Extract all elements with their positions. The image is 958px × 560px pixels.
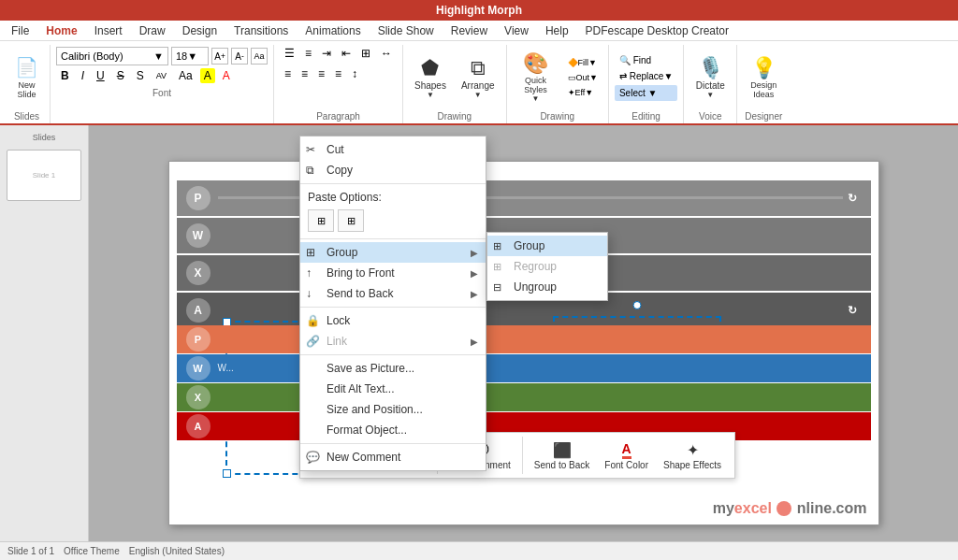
context-new-comment[interactable]: 💬 New Comment — [300, 447, 486, 467]
slides-group-label: Slides — [14, 109, 39, 123]
paste-icon-2[interactable]: ⊞ — [338, 209, 364, 232]
menu-bar: File Home Insert Draw Design Transitions… — [0, 21, 958, 41]
theme-info: Office Theme — [64, 546, 120, 556]
design-ideas-icon: 💡 — [751, 56, 777, 80]
design-ideas-button[interactable]: 💡 DesignIdeas — [743, 50, 784, 105]
dictate-button[interactable]: 🎙️ Dictate ▼ — [689, 50, 731, 105]
ft-shape-effects-button[interactable]: ✦ Shape Effects — [658, 439, 727, 472]
link-icon: 🔗 — [306, 335, 320, 348]
lock-icon: 🔒 — [306, 314, 320, 327]
menu-transitions[interactable]: Transitions — [226, 22, 296, 39]
font-size-increase[interactable]: A+ — [211, 48, 228, 65]
align-center[interactable]: ≡ — [297, 65, 312, 82]
menu-help[interactable]: Help — [538, 22, 576, 39]
justify[interactable]: ≡ — [330, 65, 346, 82]
strikethrough-button[interactable]: S — [112, 67, 129, 84]
indent-more[interactable]: ⇥ — [317, 45, 336, 62]
menu-insert[interactable]: Insert — [87, 22, 130, 39]
menu-pdfescape[interactable]: PDFescape Desktop Creator — [578, 22, 736, 39]
title-text: Highlight Morph — [436, 4, 522, 17]
designer-group-label: Designer — [745, 109, 782, 123]
paragraph-group-label: Paragraph — [316, 109, 360, 123]
menu-home[interactable]: Home — [38, 22, 84, 39]
orange-bar: P — [177, 325, 871, 353]
submenu-group: ⊞ Group ⊞ Regroup ⊟ Ungroup — [486, 232, 608, 301]
underline-button[interactable]: U — [92, 67, 109, 84]
title-bar: Highlight Morph — [0, 0, 958, 21]
rotate-handle-2[interactable] — [632, 301, 641, 309]
case-button[interactable]: Aa — [174, 67, 197, 84]
ctx-separator-2 — [300, 238, 486, 239]
submenu-group-item[interactable]: ⊞ Group — [487, 236, 607, 256]
ribbon-designer-group: 💡 DesignIdeas Designer — [737, 45, 790, 123]
menu-file[interactable]: File — [4, 22, 36, 39]
ft-send-to-back-button[interactable]: ⬛ Send to Back — [529, 439, 595, 472]
shapes-button[interactable]: ⬟ Shapes ▼ — [409, 50, 452, 105]
replace-button[interactable]: ⇄ Replace▼ — [615, 69, 677, 83]
group-menu-icon: ⊞ — [306, 246, 315, 259]
select-button[interactable]: Select ▼ — [615, 85, 677, 101]
find-button[interactable]: 🔍 Find — [615, 53, 677, 67]
font-color-button[interactable]: A — [218, 67, 235, 84]
context-size-position[interactable]: Size and Position... — [300, 399, 486, 420]
blue-bar: W W... — [177, 354, 871, 382]
bar-w-badge: W — [186, 223, 210, 248]
new-slide-icon: 📄 — [15, 56, 38, 79]
indent-less[interactable]: ⇤ — [337, 45, 356, 62]
font-size-selector[interactable]: 18 ▼ — [171, 47, 209, 65]
bar-x-badge: X — [186, 261, 210, 285]
paste-icon-1[interactable]: ⊞ — [308, 209, 334, 232]
group-arrow-icon: ▶ — [471, 248, 478, 258]
bold-button[interactable]: B — [56, 67, 74, 84]
language-info: English (United States) — [129, 546, 225, 556]
font-family-selector[interactable]: Calibri (Body) ▼ — [56, 47, 168, 65]
align-right[interactable]: ≡ — [313, 65, 329, 82]
context-send-to-back[interactable]: ↓ Send to Back ▶ — [300, 283, 486, 304]
italic-button[interactable]: I — [77, 67, 89, 84]
submenu-ungroup-item[interactable]: ⊟ Ungroup — [487, 277, 607, 297]
context-lock[interactable]: 🔒 Lock — [300, 310, 486, 331]
context-edit-alt-text[interactable]: Edit Alt Text... — [300, 379, 486, 399]
context-group[interactable]: ⊞ Group ▶ — [300, 242, 486, 263]
ctx-separator-5 — [300, 443, 486, 444]
context-bring-to-front[interactable]: ↑ Bring to Front ▶ — [300, 263, 486, 283]
ft-font-color-button[interactable]: A Font Color — [599, 439, 654, 472]
context-save-as-picture[interactable]: Save as Picture... — [300, 358, 486, 379]
context-cut[interactable]: ✂ Cut — [300, 139, 486, 160]
ribbon-font-group: Calibri (Body) ▼ 18 ▼ A+ A- Aa B I U S S… — [51, 45, 274, 123]
line-spacing[interactable]: ↕ — [347, 65, 362, 82]
context-copy[interactable]: ⧉ Copy — [300, 160, 486, 180]
font-clear[interactable]: Aa — [251, 48, 268, 65]
status-bar: Slide 1 of 1 Office Theme English (Unite… — [0, 541, 958, 560]
arrange-icon: ⧉ — [471, 56, 486, 80]
menu-view[interactable]: View — [497, 22, 536, 39]
ribbon-new-slide[interactable]: 📄 NewSlide — [10, 51, 44, 104]
context-menu: ✂ Cut ⧉ Copy Paste Options: ⊞ ⊞ ⊞ Group … — [299, 136, 486, 471]
highlight-button[interactable]: A — [200, 68, 215, 83]
align-left[interactable]: ≡ — [280, 65, 296, 82]
arrange-button[interactable]: ⧉ Arrange ▼ — [456, 50, 501, 105]
menu-slideshow[interactable]: Slide Show — [370, 22, 442, 39]
submenu-regroup-item: ⊞ Regroup — [487, 256, 607, 277]
spacing-button[interactable]: AV — [152, 69, 171, 82]
menu-draw[interactable]: Draw — [132, 22, 173, 39]
text-direction[interactable]: ↔ — [376, 45, 397, 62]
slide-thumbnail-1[interactable]: Slide 1 — [7, 150, 81, 201]
font-size-decrease[interactable]: A- — [231, 48, 248, 65]
shape-outline-button[interactable]: ▭Out▼ — [563, 71, 602, 84]
columns[interactable]: ⊞ — [356, 45, 375, 62]
dictate-icon: 🎙️ — [698, 56, 723, 80]
shape-fill-button[interactable]: 🔶Fill▼ — [563, 56, 602, 69]
quick-styles-button[interactable]: 🎨 QuickStyles ▼ — [513, 50, 559, 105]
menu-animations[interactable]: Animations — [298, 22, 368, 39]
send-to-back-icon: ↓ — [306, 287, 312, 300]
shape-effects-button[interactable]: ✦Eff▼ — [563, 86, 602, 99]
shadow-button[interactable]: S — [132, 67, 149, 84]
context-format-object[interactable]: Format Object... — [300, 420, 486, 440]
numbered-list-button[interactable]: ≡ — [300, 45, 316, 62]
watermark: myexcel nline.com — [713, 500, 867, 517]
voice-group-label: Voice — [699, 109, 721, 123]
bullet-list-button[interactable]: ☰ — [280, 45, 299, 62]
menu-review[interactable]: Review — [443, 22, 495, 39]
menu-design[interactable]: Design — [175, 22, 225, 39]
